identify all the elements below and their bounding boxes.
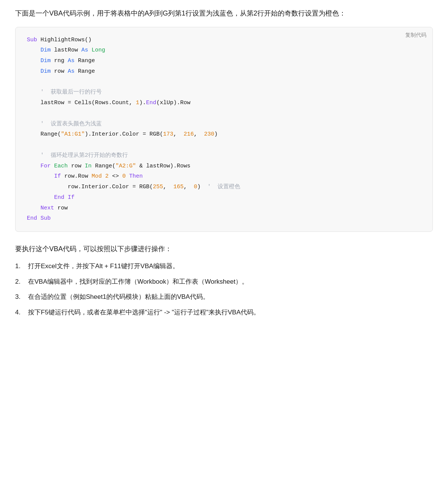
list-item: 4. 按下F5键运行代码，或者在菜单栏中选择"运行" -> "运行子过程"来执行… (15, 307, 433, 318)
step-num: 4. (15, 307, 26, 318)
step-content: 打开Excel文件，并按下Alt + F11键打开VBA编辑器。 (28, 261, 433, 272)
list-item: 1. 打开Excel文件，并按下Alt + F11键打开VBA编辑器。 (15, 261, 433, 272)
steps-list: 1. 打开Excel文件，并按下Alt + F11键打开VBA编辑器。 2. 在… (15, 261, 433, 319)
section-title: 要执行这个VBA代码，可以按照以下步骤进行操作： (15, 243, 433, 255)
step-num: 3. (15, 292, 26, 303)
code-block-wrapper: 复制代码 Sub HighlightRows() Dim lastRow As … (15, 27, 433, 232)
intro-text: 下面是一个VBA代码示例，用于将表格中的A列到G列第1行设置为浅蓝色，从第2行开… (15, 8, 433, 19)
code-content: Sub HighlightRows() Dim lastRow As Long … (27, 35, 421, 224)
step-num: 1. (15, 261, 26, 272)
list-item: 3. 在合适的位置（例如Sheet1的代码模块）粘贴上面的VBA代码。 (15, 292, 433, 303)
step-content: 在VBA编辑器中，找到对应的工作簿（Workbook）和工作表（Workshee… (28, 276, 433, 287)
list-item: 2. 在VBA编辑器中，找到对应的工作簿（Workbook）和工作表（Works… (15, 276, 433, 287)
step-content: 按下F5键运行代码，或者在菜单栏中选择"运行" -> "运行子过程"来执行VBA… (28, 307, 433, 318)
copy-code-button[interactable]: 复制代码 (405, 32, 426, 39)
step-num: 2. (15, 276, 26, 287)
step-content: 在合适的位置（例如Sheet1的代码模块）粘贴上面的VBA代码。 (28, 292, 433, 303)
